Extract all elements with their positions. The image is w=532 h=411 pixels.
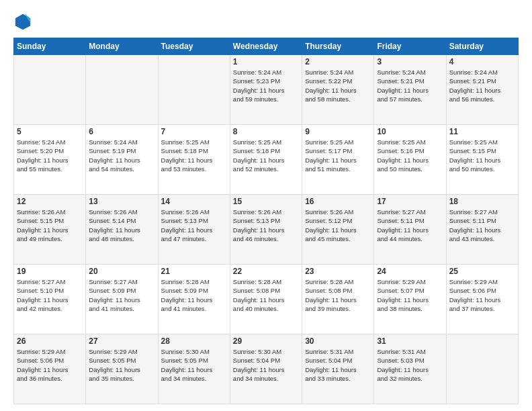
day-number: 14: [161, 197, 227, 206]
logo: [13, 12, 35, 31]
day-info: Sunrise: 5:29 AM Sunset: 5:07 PM Dayligh…: [377, 277, 443, 313]
calendar-cell: 12Sunrise: 5:26 AM Sunset: 5:15 PM Dayli…: [14, 195, 86, 265]
calendar-cell: 1Sunrise: 5:24 AM Sunset: 5:23 PM Daylig…: [230, 55, 302, 125]
day-number: 1: [233, 57, 299, 66]
calendar-table: SundayMondayTuesdayWednesdayThursdayFrid…: [13, 38, 519, 404]
weekday-header: Saturday: [446, 38, 518, 55]
day-number: 6: [89, 127, 154, 136]
day-number: 21: [161, 267, 227, 276]
calendar-week-row: 12Sunrise: 5:26 AM Sunset: 5:15 PM Dayli…: [14, 195, 519, 265]
day-number: 7: [161, 127, 227, 136]
day-number: 26: [17, 336, 83, 346]
day-number: 4: [449, 57, 515, 66]
day-number: 19: [17, 267, 83, 276]
day-number: 25: [449, 267, 515, 276]
calendar-cell: 30Sunrise: 5:31 AM Sunset: 5:04 PM Dayli…: [302, 334, 374, 404]
calendar-cell: 20Sunrise: 5:27 AM Sunset: 5:09 PM Dayli…: [86, 265, 158, 334]
day-info: Sunrise: 5:24 AM Sunset: 5:21 PM Dayligh…: [377, 68, 443, 103]
day-info: Sunrise: 5:31 AM Sunset: 5:03 PM Dayligh…: [377, 347, 443, 383]
day-number: 30: [305, 336, 371, 346]
calendar-cell: 25Sunrise: 5:29 AM Sunset: 5:06 PM Dayli…: [446, 265, 518, 334]
calendar-cell: 5Sunrise: 5:24 AM Sunset: 5:20 PM Daylig…: [14, 125, 86, 195]
svg-marker-0: [15, 14, 30, 30]
day-info: Sunrise: 5:24 AM Sunset: 5:19 PM Dayligh…: [89, 138, 154, 173]
day-info: Sunrise: 5:27 AM Sunset: 5:11 PM Dayligh…: [377, 208, 443, 243]
calendar-cell: 11Sunrise: 5:25 AM Sunset: 5:15 PM Dayli…: [446, 125, 518, 195]
calendar-cell: 15Sunrise: 5:26 AM Sunset: 5:13 PM Dayli…: [230, 195, 302, 265]
day-number: 5: [17, 127, 83, 136]
calendar-cell: 2Sunrise: 5:24 AM Sunset: 5:22 PM Daylig…: [302, 55, 374, 125]
calendar-cell: 6Sunrise: 5:24 AM Sunset: 5:19 PM Daylig…: [86, 125, 158, 195]
calendar-cell: 3Sunrise: 5:24 AM Sunset: 5:21 PM Daylig…: [374, 55, 446, 125]
day-number: 12: [17, 197, 83, 206]
day-number: 31: [377, 336, 443, 346]
day-info: Sunrise: 5:30 AM Sunset: 5:04 PM Dayligh…: [233, 347, 299, 383]
calendar-cell: [158, 55, 230, 125]
day-number: 23: [305, 267, 371, 276]
day-info: Sunrise: 5:27 AM Sunset: 5:09 PM Dayligh…: [89, 277, 154, 313]
day-info: Sunrise: 5:28 AM Sunset: 5:08 PM Dayligh…: [305, 277, 371, 313]
calendar-week-row: 26Sunrise: 5:29 AM Sunset: 5:06 PM Dayli…: [14, 334, 519, 404]
day-info: Sunrise: 5:25 AM Sunset: 5:16 PM Dayligh…: [377, 138, 443, 173]
day-info: Sunrise: 5:26 AM Sunset: 5:14 PM Dayligh…: [89, 208, 154, 243]
day-info: Sunrise: 5:27 AM Sunset: 5:10 PM Dayligh…: [17, 277, 83, 313]
calendar-cell: 26Sunrise: 5:29 AM Sunset: 5:06 PM Dayli…: [14, 334, 86, 404]
calendar-cell: 24Sunrise: 5:29 AM Sunset: 5:07 PM Dayli…: [374, 265, 446, 334]
day-info: Sunrise: 5:26 AM Sunset: 5:13 PM Dayligh…: [161, 208, 227, 243]
day-number: 17: [377, 197, 443, 206]
day-info: Sunrise: 5:28 AM Sunset: 5:08 PM Dayligh…: [233, 277, 299, 313]
calendar-cell: 17Sunrise: 5:27 AM Sunset: 5:11 PM Dayli…: [374, 195, 446, 265]
day-number: 29: [233, 336, 299, 346]
day-info: Sunrise: 5:25 AM Sunset: 5:15 PM Dayligh…: [449, 138, 515, 173]
calendar-cell: 23Sunrise: 5:28 AM Sunset: 5:08 PM Dayli…: [302, 265, 374, 334]
weekday-header: Thursday: [302, 38, 374, 55]
logo-icon: [13, 12, 32, 31]
day-info: Sunrise: 5:24 AM Sunset: 5:22 PM Dayligh…: [305, 68, 371, 103]
calendar-cell: 31Sunrise: 5:31 AM Sunset: 5:03 PM Dayli…: [374, 334, 446, 404]
day-info: Sunrise: 5:24 AM Sunset: 5:21 PM Dayligh…: [449, 68, 515, 103]
calendar-header-row: SundayMondayTuesdayWednesdayThursdayFrid…: [14, 38, 519, 55]
day-number: 20: [89, 267, 154, 276]
calendar-cell: 13Sunrise: 5:26 AM Sunset: 5:14 PM Dayli…: [86, 195, 158, 265]
day-info: Sunrise: 5:26 AM Sunset: 5:13 PM Dayligh…: [233, 208, 299, 243]
day-info: Sunrise: 5:28 AM Sunset: 5:09 PM Dayligh…: [161, 277, 227, 313]
day-info: Sunrise: 5:24 AM Sunset: 5:20 PM Dayligh…: [17, 138, 83, 173]
weekday-header: Wednesday: [230, 38, 302, 55]
calendar-cell: 9Sunrise: 5:25 AM Sunset: 5:17 PM Daylig…: [302, 125, 374, 195]
day-number: 11: [449, 127, 515, 136]
day-info: Sunrise: 5:29 AM Sunset: 5:06 PM Dayligh…: [17, 347, 83, 383]
calendar-cell: 4Sunrise: 5:24 AM Sunset: 5:21 PM Daylig…: [446, 55, 518, 125]
day-info: Sunrise: 5:30 AM Sunset: 5:05 PM Dayligh…: [161, 347, 227, 383]
page: SundayMondayTuesdayWednesdayThursdayFrid…: [0, 0, 532, 411]
calendar-cell: 21Sunrise: 5:28 AM Sunset: 5:09 PM Dayli…: [158, 265, 230, 334]
day-info: Sunrise: 5:25 AM Sunset: 5:18 PM Dayligh…: [161, 138, 227, 173]
day-number: 9: [305, 127, 371, 136]
day-info: Sunrise: 5:29 AM Sunset: 5:06 PM Dayligh…: [449, 277, 515, 313]
weekday-header: Tuesday: [158, 38, 230, 55]
day-number: 13: [89, 197, 154, 206]
day-number: 15: [233, 197, 299, 206]
calendar-cell: [446, 334, 518, 404]
calendar-cell: 14Sunrise: 5:26 AM Sunset: 5:13 PM Dayli…: [158, 195, 230, 265]
weekday-header: Friday: [374, 38, 446, 55]
day-number: 2: [305, 57, 371, 66]
weekday-header: Sunday: [14, 38, 86, 55]
day-info: Sunrise: 5:25 AM Sunset: 5:18 PM Dayligh…: [233, 138, 299, 173]
calendar-cell: 8Sunrise: 5:25 AM Sunset: 5:18 PM Daylig…: [230, 125, 302, 195]
weekday-header: Monday: [86, 38, 158, 55]
day-info: Sunrise: 5:26 AM Sunset: 5:12 PM Dayligh…: [305, 208, 371, 243]
day-info: Sunrise: 5:26 AM Sunset: 5:15 PM Dayligh…: [17, 208, 83, 243]
day-number: 8: [233, 127, 299, 136]
day-number: 22: [233, 267, 299, 276]
header: [13, 12, 519, 31]
calendar-cell: 28Sunrise: 5:30 AM Sunset: 5:05 PM Dayli…: [158, 334, 230, 404]
calendar-cell: [14, 55, 86, 125]
calendar-cell: 22Sunrise: 5:28 AM Sunset: 5:08 PM Dayli…: [230, 265, 302, 334]
day-number: 24: [377, 267, 443, 276]
day-info: Sunrise: 5:27 AM Sunset: 5:11 PM Dayligh…: [449, 208, 515, 243]
day-number: 28: [161, 336, 227, 346]
day-number: 10: [377, 127, 443, 136]
calendar-cell: 10Sunrise: 5:25 AM Sunset: 5:16 PM Dayli…: [374, 125, 446, 195]
day-info: Sunrise: 5:25 AM Sunset: 5:17 PM Dayligh…: [305, 138, 371, 173]
calendar-cell: 18Sunrise: 5:27 AM Sunset: 5:11 PM Dayli…: [446, 195, 518, 265]
